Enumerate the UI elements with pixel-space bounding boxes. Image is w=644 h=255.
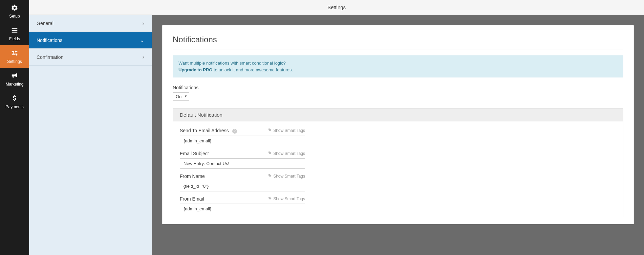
rail-label: Setup bbox=[9, 14, 20, 19]
show-smart-tags[interactable]: Show Smart Tags bbox=[268, 128, 305, 133]
content-area: Notifications Want multiple notification… bbox=[152, 15, 644, 255]
side-item-label: Notifications bbox=[37, 38, 62, 43]
field-label: Send To Email Address bbox=[180, 128, 229, 133]
list-icon bbox=[11, 27, 18, 35]
rail-item-marketing[interactable]: Marketing bbox=[0, 68, 29, 91]
chevron-right-icon: › bbox=[143, 20, 144, 26]
notifications-label: Notifications bbox=[173, 85, 623, 90]
rail-label: Settings bbox=[7, 59, 22, 64]
sliders-icon bbox=[11, 49, 18, 58]
dollar-icon bbox=[11, 95, 18, 103]
left-rail: Setup Fields Settings Marketing Payments bbox=[0, 0, 29, 255]
show-smart-tags[interactable]: Show Smart Tags bbox=[268, 151, 305, 156]
form-row-from-name: From Name Show Smart Tags bbox=[180, 173, 616, 191]
notifications-select[interactable]: On bbox=[173, 92, 189, 101]
topbar: Settings bbox=[29, 0, 644, 15]
rail-item-payments[interactable]: Payments bbox=[0, 91, 29, 113]
field-label: From Name bbox=[180, 173, 205, 179]
rail-item-settings[interactable]: Settings bbox=[0, 45, 29, 68]
promo-line2: Upgrade to PRO to unlock it and more awe… bbox=[178, 67, 618, 73]
subject-input[interactable] bbox=[180, 158, 305, 169]
chevron-down-icon: ⌄ bbox=[140, 37, 144, 43]
promo-line1: Want multiple notifications with smart c… bbox=[178, 60, 618, 67]
main-column: Settings General › Notifications ⌄ Confi… bbox=[29, 0, 644, 255]
from-email-input[interactable] bbox=[180, 204, 305, 214]
tag-icon bbox=[268, 196, 272, 202]
card-title: Default Notification bbox=[173, 109, 623, 121]
field-label: Email Subject bbox=[180, 151, 209, 156]
side-item-notifications[interactable]: Notifications ⌄ bbox=[29, 32, 152, 49]
tag-icon bbox=[268, 128, 272, 133]
from-name-input[interactable] bbox=[180, 181, 305, 191]
send-to-input[interactable] bbox=[180, 136, 305, 146]
topbar-title: Settings bbox=[327, 4, 346, 10]
show-smart-tags[interactable]: Show Smart Tags bbox=[268, 196, 305, 202]
tag-icon bbox=[268, 174, 272, 179]
rail-label: Marketing bbox=[6, 82, 24, 87]
rail-label: Fields bbox=[9, 37, 20, 41]
side-item-general[interactable]: General › bbox=[29, 15, 152, 32]
notifications-select-value: On bbox=[176, 94, 181, 99]
gear-icon bbox=[11, 4, 18, 13]
side-item-label: Confirmation bbox=[37, 54, 63, 60]
form-row-from-email: From Email Show Smart Tags bbox=[180, 196, 616, 214]
show-smart-tags[interactable]: Show Smart Tags bbox=[268, 174, 305, 179]
form-row-subject: Email Subject Show Smart Tags bbox=[180, 151, 616, 169]
help-icon[interactable]: ? bbox=[232, 129, 237, 134]
rail-item-fields[interactable]: Fields bbox=[0, 23, 29, 45]
field-label: From Email bbox=[180, 196, 204, 202]
chevron-right-icon: › bbox=[143, 54, 144, 60]
promo-line2-rest: to unlock it and more awesome features. bbox=[212, 67, 293, 72]
panel-heading: Notifications bbox=[173, 35, 623, 49]
default-notification-card: Default Notification Send To Email Addre… bbox=[173, 108, 623, 217]
settings-panel: Notifications Want multiple notification… bbox=[162, 25, 634, 224]
upgrade-promo: Want multiple notifications with smart c… bbox=[173, 55, 623, 77]
side-item-confirmation[interactable]: Confirmation › bbox=[29, 49, 152, 66]
body: General › Notifications ⌄ Confirmation ›… bbox=[29, 15, 644, 255]
side-item-label: General bbox=[37, 21, 53, 26]
rail-label: Payments bbox=[5, 105, 23, 109]
bullhorn-icon bbox=[11, 72, 18, 80]
form-row-send-to: Send To Email Address ? Show Smart Tags bbox=[180, 128, 616, 146]
tag-icon bbox=[268, 151, 272, 156]
settings-side-panel: General › Notifications ⌄ Confirmation › bbox=[29, 15, 152, 255]
upgrade-link[interactable]: Upgrade to PRO bbox=[178, 67, 212, 72]
rail-item-setup[interactable]: Setup bbox=[0, 0, 29, 23]
